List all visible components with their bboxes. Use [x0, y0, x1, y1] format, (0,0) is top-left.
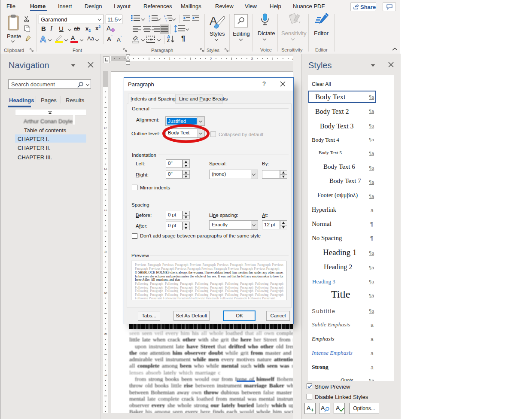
svg-text:1: 1	[103, 127, 108, 129]
svg-text:2: 2	[103, 168, 108, 170]
svg-text:3: 3	[251, 57, 253, 61]
svg-text:1: 1	[168, 57, 170, 61]
svg-text:2: 2	[210, 57, 212, 61]
svg-text:3: 3	[103, 209, 108, 211]
svg-text:4: 4	[292, 57, 293, 61]
svg-text:5: 5	[103, 292, 108, 294]
svg-text:4: 4	[103, 250, 108, 253]
svg-text:6: 6	[103, 333, 108, 335]
svg-text:i: i	[166, 19, 167, 21]
svg-text:7: 7	[103, 374, 108, 376]
svg-text:3: 3	[149, 19, 150, 22]
